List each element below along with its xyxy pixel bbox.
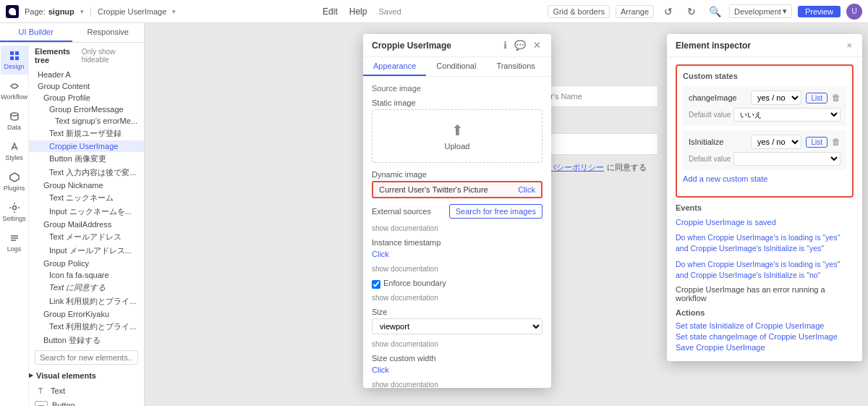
redo-button[interactable]: ↻ xyxy=(683,3,700,20)
development-button[interactable]: Development ▾ xyxy=(729,4,792,18)
croppie-chat-button[interactable]: 💬 xyxy=(513,40,527,51)
search-images-button[interactable]: Search for free images xyxy=(449,204,542,219)
tree-item-button-register[interactable]: Button 登録する xyxy=(29,334,144,347)
tab-ui-builder[interactable]: UI Builder xyxy=(0,23,72,42)
vis-item-text[interactable]: T Text xyxy=(29,383,144,399)
undo-button[interactable]: ↺ xyxy=(660,3,677,20)
page-dropdown-arrow[interactable]: ▾ xyxy=(80,8,84,15)
croppie-close-button[interactable]: ✕ xyxy=(532,40,542,51)
svg-rect-3 xyxy=(15,56,19,60)
state-changeimage-type-select[interactable]: yes / no xyxy=(751,90,801,105)
preview-button[interactable]: Preview xyxy=(798,6,841,17)
show-doc-2[interactable]: show documentation xyxy=(372,265,542,273)
tab-transitions[interactable]: Transitions xyxy=(486,57,545,76)
inspector-header: Element inspector × xyxy=(667,34,862,57)
tree-item-group-policy[interactable]: Group Policy xyxy=(29,258,144,269)
sidebar-icon-plugins[interactable]: Plugins xyxy=(1,167,28,196)
left-sidebar: UI Builder Responsive Design Workflow Da… xyxy=(0,23,145,406)
show-doc-5[interactable]: show documentation xyxy=(372,381,542,388)
sidebar-icon-logs[interactable]: Logs xyxy=(1,228,28,257)
tree-item-text-mail[interactable]: Text メールアドレス xyxy=(29,230,144,244)
show-doc-4[interactable]: show documentation xyxy=(372,340,542,348)
state-isinitialize-type-select[interactable]: yes / no xyxy=(751,135,801,149)
arrange-button[interactable]: Arrange xyxy=(616,5,654,18)
sidebar-icon-data[interactable]: Data xyxy=(1,106,28,135)
add-state-link[interactable]: Add a new custom state xyxy=(683,174,846,183)
nav-help[interactable]: Help xyxy=(349,7,367,17)
tree-item-button-image[interactable]: Button 画像変更 xyxy=(29,152,144,166)
inspector-close-button[interactable]: × xyxy=(845,40,854,51)
tab-conditional[interactable]: Conditional xyxy=(426,57,486,76)
search-elements-input[interactable] xyxy=(35,350,138,365)
instance-timestamp-click[interactable]: Click xyxy=(372,250,389,258)
search-button[interactable]: 🔍 xyxy=(706,3,723,20)
enforce-boundary-checkbox[interactable] xyxy=(372,280,380,289)
state-changeimage-list-button[interactable]: List xyxy=(806,93,827,103)
state-changeimage-delete-button[interactable]: 🗑 xyxy=(832,93,841,103)
upload-area[interactable]: ⬆ Upload xyxy=(372,109,542,163)
enforce-boundary-label: Enforce boundary xyxy=(383,279,446,287)
external-sources-section: External sources Search for free images xyxy=(372,204,542,219)
sidebar-icon-design[interactable]: Design xyxy=(1,46,28,75)
tree-item-group-errormessage[interactable]: Group ErrorMessage xyxy=(29,103,144,115)
state-isinitialize-default-select[interactable] xyxy=(733,152,841,166)
tree-item-group-mailaddress[interactable]: Group MailAddress xyxy=(29,219,144,230)
logs-icon-label: Logs xyxy=(7,245,22,253)
show-doc-1[interactable]: show documentation xyxy=(372,224,542,232)
tree-item-group-nickname[interactable]: Group Nickname xyxy=(29,179,144,191)
tab-appearance[interactable]: Appearance xyxy=(363,57,426,76)
user-avatar[interactable]: U xyxy=(846,4,862,20)
croppie-dropdown-arrow[interactable]: ▾ xyxy=(172,8,176,15)
tree-item-link-terms[interactable]: Link 利用規約とプライ... xyxy=(29,295,144,308)
tree-item-header-a[interactable]: Header A xyxy=(29,69,144,80)
svg-point-5 xyxy=(12,206,16,210)
only-show-hideable[interactable]: Only show hideable xyxy=(82,48,138,64)
tree-item-text-signup[interactable]: Text 新規ユーザ登録 xyxy=(29,127,144,140)
croppie-info-button[interactable]: ℹ xyxy=(502,40,509,51)
tree-item-text-input[interactable]: Text 入力内容は後で変... xyxy=(29,166,144,179)
action-set-isinitialize[interactable]: Set state IsInitialize of Croppie UserIm… xyxy=(676,321,854,330)
tree-item-text-agree[interactable]: Text に同意する xyxy=(29,281,144,295)
state-isinitialize-default: Default value xyxy=(689,152,841,166)
sidebar-icon-settings[interactable]: Settings xyxy=(1,198,28,227)
size-label: Size xyxy=(372,308,542,316)
elements-tree-title: Elements tree xyxy=(35,47,82,64)
settings-icon-label: Settings xyxy=(2,215,26,222)
tree-item-group-errorkiyaku[interactable]: Group ErrorKiyaku xyxy=(29,308,144,320)
show-doc-3[interactable]: show documentation xyxy=(372,294,542,302)
size-select[interactable]: viewport xyxy=(372,318,542,334)
vis-item-button[interactable]: ▬ Button xyxy=(29,399,144,406)
action-save-croppie[interactable]: Save Croppie UserImage xyxy=(676,343,854,352)
sidebar-icon-styles[interactable]: Styles xyxy=(1,137,28,166)
actions-title: Actions xyxy=(676,308,854,317)
tree-item-text-terms[interactable]: Text 利用規約とプライ... xyxy=(29,320,144,334)
main-layout: UI Builder Responsive Design Workflow Da… xyxy=(0,23,868,406)
tab-responsive[interactable]: Responsive xyxy=(72,23,145,42)
tree-item-group-profile[interactable]: Group Profile xyxy=(29,92,144,103)
event-loading-no[interactable]: Do when Croppie UserImage's is loading i… xyxy=(676,258,854,282)
tree-item-croppie[interactable]: Croppie UserImage xyxy=(29,140,144,152)
top-bar: Page: signup ▾ | Croppie UserImage ▾ Edi… xyxy=(0,0,868,23)
tree-item-icon-fa[interactable]: Icon fa fa-square xyxy=(29,269,144,281)
tree-item-group-content[interactable]: Group Content xyxy=(29,80,144,92)
action-set-changeimage[interactable]: Set state changeImage of Croppie UserIma… xyxy=(676,332,854,341)
dynamic-image-click[interactable]: Click xyxy=(518,185,535,194)
croppie-modal-body: Source image Static image ⬆ Upload Dynam… xyxy=(363,77,551,388)
dynamic-image-box[interactable]: Current User's Twitter's Picture Click xyxy=(372,181,542,198)
state-isinitialize-list-button[interactable]: List xyxy=(806,137,827,148)
size-custom-width-click[interactable]: Click xyxy=(372,365,389,374)
tree-item-text-error[interactable]: Text signup's errorMe... xyxy=(29,115,144,127)
nav-edit[interactable]: Edit xyxy=(323,7,338,17)
event-error: Croppie UserImage has an error running a… xyxy=(676,285,854,303)
grid-borders-button[interactable]: Grid & borders xyxy=(548,5,610,18)
event-loading-yes[interactable]: Do when Croppie UserImage's is loading i… xyxy=(676,231,854,255)
event-saved[interactable]: Croppie UserImage is saved xyxy=(676,216,854,228)
saved-indicator: Saved xyxy=(378,7,401,16)
sidebar-icon-workflow[interactable]: Workflow xyxy=(1,76,28,105)
tree-item-input-mail[interactable]: Input メールアドレス... xyxy=(29,244,144,258)
tree-item-text-nickname[interactable]: Text ニックネーム xyxy=(29,191,144,205)
visual-elements-header[interactable]: ▸ Visual elements xyxy=(29,368,144,383)
state-isinitialize-delete-button[interactable]: 🗑 xyxy=(832,137,841,147)
tree-item-input-nickname[interactable]: Input ニックネームを... xyxy=(29,205,144,219)
state-changeimage-default-select[interactable]: いいえ xyxy=(733,108,841,122)
